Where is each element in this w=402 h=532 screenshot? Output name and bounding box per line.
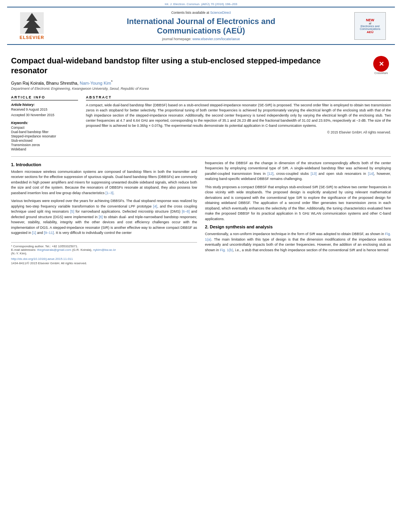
main-content: Compact dual-wideband bandstop filter us…	[0, 45, 402, 269]
accepted-date: Accepted 30 November 2015	[11, 113, 78, 117]
ref-fig1b[interactable]: Fig. 1(b)	[220, 248, 233, 252]
keyword-6: Wideband	[11, 147, 78, 151]
elsevier-label: ELSEVIER	[20, 35, 44, 40]
author-names: Gyan Raj Koirala, Bhanu Shrestha,	[11, 81, 80, 85]
journal-logo-box: NEW af Electronics andCommunications AEÜ	[354, 12, 386, 40]
authors-line: Gyan Raj Koirala, Bhanu Shrestha, Nam-Yo…	[11, 80, 391, 85]
article-info-heading: ARTICLE INFO	[11, 95, 78, 100]
introduction-title: 1. Introduction	[11, 162, 197, 167]
footnotes: * Corresponding author. Tel.: +82 105533…	[11, 242, 197, 265]
ref-8b[interactable]: [8]	[99, 215, 102, 219]
ref-14[interactable]: [14]	[368, 172, 374, 176]
received-date: Received 9 August 2015	[11, 108, 78, 111]
ref-fig1a[interactable]: Fig. 1(a)	[205, 232, 391, 241]
abstract-col: ABSTRACT A compact, wide dual-band bands…	[86, 95, 391, 152]
journal-homepage: journal homepage: www.elsevier.com/locat…	[54, 37, 348, 41]
abstract-text: A compact, wide dual-band bandstop filte…	[86, 103, 391, 128]
homepage-link[interactable]: www.elsevier.com/locate/aeue	[192, 37, 240, 41]
journal-header: ELSEVIER Contents lists available at Sci…	[7, 7, 395, 45]
intro-para-2: Various techniques were explored over th…	[11, 198, 197, 236]
email-line: E-mail addresses: thegrkairala@gmail.com…	[11, 248, 197, 255]
corresponding-author[interactable]: Nam-Young Kim	[80, 81, 111, 85]
journal-main-title: International Journal of Electronics and…	[54, 17, 348, 35]
article-title: Compact dual-wideband bandstop filter us…	[11, 56, 363, 76]
email-2-link[interactable]: nykim@kw.ac.kr	[93, 248, 116, 252]
ref-13[interactable]: [13]	[311, 172, 316, 176]
ref-9-11[interactable]: [9–11]	[44, 231, 54, 235]
crossmark-icon: ✕	[373, 56, 389, 72]
ref-1-3[interactable]: [1–3]	[106, 191, 114, 195]
keyword-4: Stub-enclosed	[11, 139, 78, 143]
ref-5[interactable]: [5]	[70, 209, 74, 213]
ref-4[interactable]: [4]	[153, 204, 157, 208]
article-info-col: ARTICLE INFO Article history: Received 9…	[11, 95, 78, 152]
journal-citation: Int. J. Electron. Commun. (AEÜ) 70 (2016…	[0, 0, 402, 7]
right-para-1: frequencies of the DBBSF as the change i…	[205, 161, 391, 182]
section2-title: 2. Design synthesis and analysis	[205, 224, 391, 229]
corresponding-note: * Corresponding author. Tel.: +82 105533…	[11, 245, 197, 248]
keyword-1: Compact	[11, 126, 78, 130]
ref-1b[interactable]: [1]	[32, 231, 36, 235]
keyword-5: Transmission zeros	[11, 143, 78, 147]
copyright-line: © 2015 Elsevier GmbH. All rights reserve…	[86, 130, 391, 134]
crossmark-label: CrossMark	[374, 72, 388, 74]
intro-para-1: Modern microwave wireless communication …	[11, 169, 197, 196]
body-left-col: 1. Introduction Modern microwave wireles…	[11, 161, 197, 265]
affiliation: Department of Electronic Engineering, Kw…	[11, 87, 391, 91]
right-para-2: This study proposes a compact DBBSF that…	[205, 185, 391, 222]
section-divider	[11, 156, 391, 157]
email-1-name: (G.R. Koirala),	[72, 248, 92, 252]
keyword-2: Dual-band bandstop filter	[11, 130, 78, 134]
email-2-name: (N.-Y. Kim).	[11, 252, 27, 255]
contents-line: Contents lists available at ScienceDirec…	[54, 11, 348, 15]
keywords-label: Keywords:	[11, 121, 78, 125]
keyword-3: Stepped-impedance resonator	[11, 134, 78, 138]
sciencedirect-link[interactable]: ScienceDirect	[210, 11, 231, 15]
ref-6-8[interactable]: [6–8]	[182, 209, 190, 213]
elsevier-tree-icon	[20, 12, 44, 34]
journal-title-block: Contents lists available at ScienceDirec…	[50, 11, 352, 41]
page: Int. J. Electron. Commun. (AEÜ) 70 (2016…	[0, 0, 402, 532]
body-content: 1. Introduction Modern microwave wireles…	[11, 161, 391, 265]
doi-link[interactable]: http://dx.doi.org/10.1016/j.aeue.2015.11…	[11, 257, 73, 261]
article-info-abstract: ARTICLE INFO Article history: Received 9…	[11, 95, 391, 152]
keywords-list: Compact Dual-band bandstop filter Steppe…	[11, 126, 78, 151]
ref-12[interactable]: [12]	[268, 172, 274, 176]
journal-logo-right: NEW af Electronics andCommunications AEÜ	[352, 12, 388, 40]
article-title-block: Compact dual-wideband bandstop filter us…	[11, 56, 391, 76]
abstract-heading: ABSTRACT	[86, 95, 391, 100]
right-para-3: Conventionally, a non-uniform impedance …	[205, 232, 391, 253]
issn-line: 1434-8411/© 2015 Elsevier GmbH. All righ…	[11, 261, 197, 265]
history-label: Article history:	[11, 103, 78, 107]
elsevier-logo: ELSEVIER	[14, 12, 50, 40]
crossmark-badge: ✕ CrossMark	[371, 56, 391, 76]
email-1-link[interactable]: thegrkairala@gmail.com	[37, 248, 71, 252]
body-right-col: frequencies of the DBBSF as the change i…	[205, 161, 391, 265]
